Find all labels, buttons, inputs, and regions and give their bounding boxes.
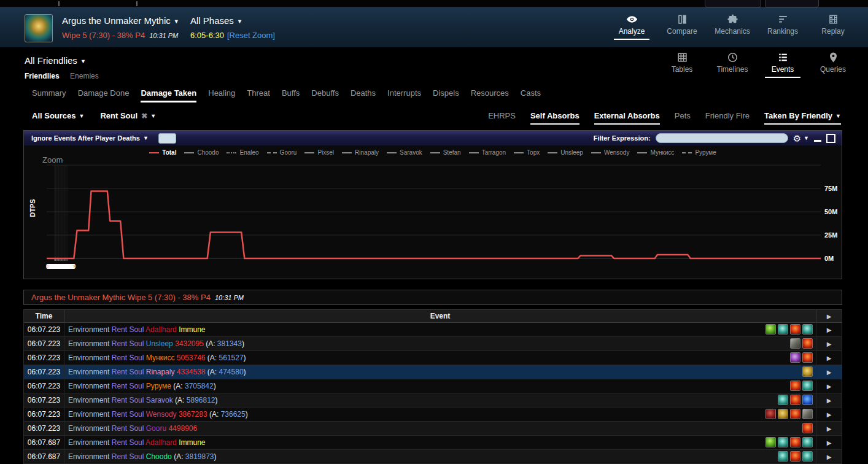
buff-icon[interactable] — [790, 352, 800, 363]
expand-row-arrow[interactable]: ▶ — [816, 323, 842, 336]
event-row[interactable]: 06:07.223Environment Rent Soul Saravok (… — [24, 393, 842, 408]
expand-row-arrow[interactable]: ▶ — [816, 365, 842, 379]
event-row[interactable]: 06:07.687Environment Rent Soul Adallhard… — [24, 436, 842, 450]
expand-row-arrow[interactable]: ▶ — [816, 351, 842, 365]
maximize-icon[interactable] — [826, 134, 835, 143]
tab-deaths[interactable]: Deaths — [351, 88, 376, 101]
buff-icon[interactable] — [790, 451, 800, 462]
filter-all-sources[interactable]: All Sources▼ — [32, 111, 84, 120]
tab-damage-taken[interactable]: Damage Taken — [141, 88, 196, 102]
filter-friendly-fire[interactable]: Friendly Fire — [705, 111, 750, 120]
expand-row-arrow[interactable]: ▶ — [816, 436, 842, 449]
event-row[interactable]: 06:07.687Environment Rent Soul Choodo (A… — [24, 450, 842, 464]
filter-rent-soul[interactable]: Rent Soul✖▼ — [100, 111, 156, 120]
event-row[interactable]: 06:07.223Environment Rent Soul Unsleep 3… — [24, 337, 842, 351]
chevron-down-icon[interactable]: ▼ — [804, 135, 809, 141]
reset-zoom-link[interactable]: [Reset Zoom] — [227, 31, 275, 40]
filter-external-absorbs[interactable]: External Absorbs — [594, 111, 660, 125]
tab-damage-done[interactable]: Damage Done — [78, 88, 130, 101]
legend-item-stefan[interactable]: Stefan — [430, 149, 461, 156]
buff-icon[interactable] — [778, 395, 788, 405]
filter-ehrps[interactable]: EHRPS — [488, 111, 516, 120]
views-nav-queries[interactable]: Queries — [814, 52, 852, 78]
buff-icon[interactable] — [790, 324, 800, 334]
buff-icon[interactable] — [802, 381, 813, 391]
boss-icon[interactable] — [25, 14, 53, 42]
main-nav-rankings[interactable]: Rankings — [764, 14, 802, 40]
tab-casts[interactable]: Casts — [521, 88, 541, 101]
filter-self-absorbs[interactable]: Self Absorbs — [530, 111, 579, 125]
legend-item-мункисс[interactable]: Мункисс — [637, 149, 674, 156]
remove-filter-icon[interactable]: ✖ — [141, 112, 147, 120]
buff-icon[interactable] — [778, 409, 788, 419]
buff-icon[interactable] — [802, 423, 813, 433]
toggle-friendlies[interactable]: Friendlies — [25, 72, 60, 80]
buff-icon[interactable] — [765, 437, 776, 447]
tab-debuffs[interactable]: Debuffs — [311, 88, 339, 101]
buff-icon[interactable] — [802, 437, 813, 447]
tab-dispels[interactable]: Dispels — [433, 88, 459, 101]
expand-row-arrow[interactable]: ▶ — [816, 337, 842, 350]
column-header-time[interactable]: Time — [24, 310, 64, 322]
gear-icon[interactable]: ⚙ — [793, 134, 801, 143]
filter-taken-by-friendly[interactable]: Taken By Friendly▼ — [764, 111, 841, 125]
buff-icon[interactable] — [802, 324, 813, 334]
legend-item-pixsel[interactable]: Pixsel — [304, 149, 334, 156]
tab-healing[interactable]: Healing — [208, 88, 235, 101]
boss-title-dropdown[interactable]: Argus the Unmaker Mythic▼ — [62, 15, 179, 26]
group-dropdown[interactable]: All Friendlies▼ — [25, 55, 86, 66]
legend-item-topx[interactable]: Topx — [514, 149, 540, 156]
event-row[interactable]: 06:07.223Environment Rent Soul Мункисс 5… — [24, 351, 842, 365]
ignore-deaths-dropdown[interactable]: Ignore Events After Player Deaths — [31, 134, 140, 142]
buff-icon[interactable] — [790, 381, 800, 391]
buff-icon[interactable] — [790, 437, 800, 447]
legend-item-руруме[interactable]: Руруме — [682, 149, 716, 156]
event-row[interactable]: 06:07.223Environment Rent Soul Wensody 3… — [24, 408, 842, 422]
legend-item-enaleo[interactable]: Enaleo — [227, 149, 258, 156]
legend-item-total[interactable]: Total — [149, 149, 176, 156]
ignore-deaths-toggle[interactable] — [158, 133, 176, 144]
event-row[interactable]: 06:07.223Environment Rent Soul Gooru 449… — [24, 422, 842, 436]
legend-item-tarragon[interactable]: Tarragon — [469, 149, 506, 156]
buff-icon[interactable] — [802, 451, 813, 462]
tab-threat[interactable]: Threat — [247, 88, 270, 101]
main-nav-compare[interactable]: Compare — [663, 14, 701, 40]
legend-item-gooru[interactable]: Gooru — [267, 149, 297, 156]
tab-buffs[interactable]: Buffs — [282, 88, 300, 101]
phase-dropdown[interactable]: All Phases▼ — [190, 15, 275, 26]
buff-icon[interactable] — [802, 366, 813, 377]
column-header-event[interactable]: Event — [64, 310, 816, 322]
buff-icon[interactable] — [778, 437, 788, 447]
buff-icon[interactable] — [778, 324, 788, 334]
buff-icon[interactable] — [778, 451, 788, 462]
expand-row-arrow[interactable]: ▶ — [816, 379, 842, 393]
legend-item-saravok[interactable]: Saravok — [387, 149, 422, 156]
views-nav-events[interactable]: Events — [764, 52, 802, 78]
main-nav-analyze[interactable]: Analyze — [613, 14, 651, 40]
event-row[interactable]: 06:07.223Environment Rent Soul Руруме (A… — [24, 379, 842, 393]
buff-icon[interactable] — [802, 338, 813, 349]
main-nav-replay[interactable]: Replay — [814, 14, 852, 40]
expand-row-arrow[interactable]: ▶ — [816, 408, 842, 421]
main-nav-mechanics[interactable]: Mechanics — [713, 14, 751, 40]
minimize-icon[interactable] — [814, 134, 821, 142]
expand-row-arrow[interactable]: ▶ — [816, 393, 842, 407]
filter-pets[interactable]: Pets — [675, 111, 691, 120]
buff-icon[interactable] — [765, 324, 776, 334]
filter-expression-input[interactable] — [656, 133, 788, 143]
legend-item-choodo[interactable]: Choodo — [184, 149, 219, 156]
legend-item-wensody[interactable]: Wensody — [591, 149, 630, 156]
expand-row-arrow[interactable]: ▶ — [816, 450, 842, 463]
buff-icon[interactable] — [790, 395, 800, 405]
legend-item-unsleep[interactable]: Unsleep — [548, 149, 583, 156]
tab-resources[interactable]: Resources — [471, 88, 509, 101]
event-row[interactable]: 06:07.223Environment Rent Soul Adallhard… — [24, 323, 842, 337]
tab-interrupts[interactable]: Interrupts — [387, 88, 421, 101]
tab-summary[interactable]: Summary — [32, 88, 66, 101]
views-nav-tables[interactable]: Tables — [663, 52, 701, 78]
expand-row-arrow[interactable]: ▶ — [816, 422, 842, 435]
buff-icon[interactable] — [802, 409, 813, 419]
dtps-chart-plot[interactable]: 06:0606:0806:1006:1206:1406:1606:1806:20… — [24, 145, 842, 279]
event-row[interactable]: 06:07.223Environment Rent Soul Rinapaly … — [24, 365, 842, 379]
buff-icon[interactable] — [802, 352, 813, 363]
